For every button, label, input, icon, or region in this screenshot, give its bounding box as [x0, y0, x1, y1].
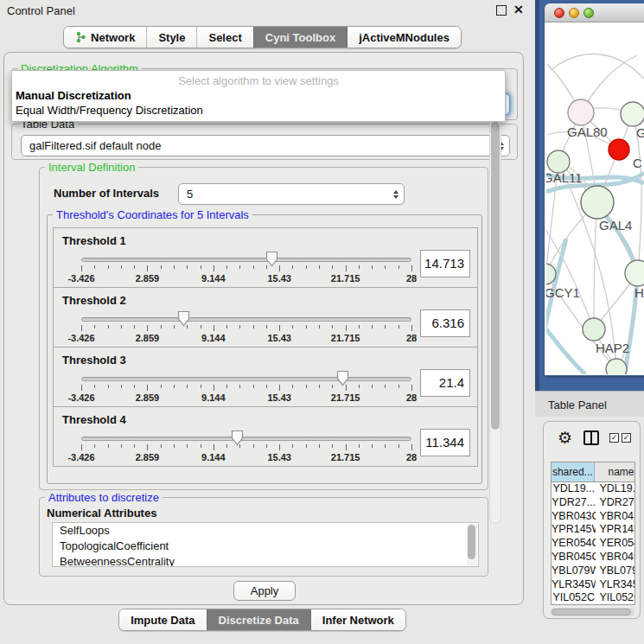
cell-name: YDR27... — [596, 496, 634, 510]
scrollbar-thumb[interactable] — [552, 609, 631, 615]
scrollbar-thumb[interactable] — [468, 525, 475, 559]
close-icon[interactable]: ✕ — [513, 3, 524, 16]
table-row[interactable]: YBL079WYBL079W — [552, 564, 634, 578]
network-node[interactable] — [606, 359, 627, 374]
tick-mark — [226, 325, 227, 328]
tab-discretize-data[interactable]: Discretize Data — [207, 609, 310, 630]
attributes-group-title: Attributes to discretize — [45, 491, 163, 504]
threshold-slider[interactable]: -3.4262.8599.14415.4321.71528 — [81, 249, 411, 287]
tick-mark — [266, 325, 267, 328]
threshold-value-field[interactable]: 14.713 — [420, 250, 470, 277]
threshold-row: -3.4262.8599.14415.4321.7152814.713 — [62, 249, 470, 287]
network-node-gal4[interactable] — [581, 186, 614, 219]
node-label: GAL11 — [546, 170, 583, 185]
table-row[interactable]: YLR345WYLR345W — [552, 578, 634, 592]
tick-label: 2.859 — [136, 333, 160, 343]
tick-mark — [201, 265, 201, 269]
combo-stepper-icon[interactable] — [393, 184, 399, 204]
threshold-value-field[interactable]: 21.4 — [420, 369, 470, 397]
checkbox-icon[interactable]: ✓ — [622, 433, 631, 443]
table-data-value: galFiltered.sif default node — [29, 139, 161, 152]
mac-zoom-icon[interactable] — [583, 8, 594, 18]
table-data-combobox[interactable]: galFiltered.sif default node — [21, 135, 510, 156]
apply-button[interactable]: Apply — [233, 581, 296, 601]
table-row[interactable]: YBR045CYBR045C — [552, 551, 634, 564]
table-row[interactable]: YIL052CYIL052C — [552, 591, 634, 605]
network-window-titlebar[interactable] — [545, 3, 644, 22]
attributes-group: Attributes to discretize Numerical Attri… — [39, 497, 488, 577]
tick-mark — [385, 385, 386, 388]
network-node-gal80[interactable] — [568, 99, 594, 125]
cell-name: YBR045C — [596, 551, 634, 564]
tab-impute-data[interactable]: Impute Data — [119, 609, 206, 630]
attribute-item-betweennesscentrality[interactable]: BetweennessCentrality — [53, 554, 478, 567]
threshold-value-field[interactable]: 11.344 — [420, 429, 470, 456]
tab-cyni-toolbox[interactable]: Cyni Toolbox — [253, 27, 347, 48]
attribute-item-selfloops[interactable]: SelfLoops — [53, 523, 478, 539]
node-label: G — [636, 125, 644, 140]
algorithm-placeholder-option[interactable]: Select algorithm to view settings — [12, 74, 505, 87]
gear-icon[interactable]: ⚙ — [558, 429, 572, 448]
cell-name: YBL079W — [596, 564, 634, 578]
network-node-h[interactable] — [625, 260, 644, 286]
network-node-g[interactable] — [621, 102, 644, 126]
table-row[interactable]: YDL19...YDL19... — [552, 482, 634, 496]
mac-minimize-icon[interactable] — [569, 8, 579, 18]
algorithm-option-manual-discretization[interactable]: Manual Discretization — [16, 89, 131, 102]
network-graph[interactable]: GAL80GCGAL11GAL4GCY1HHAP2 — [546, 22, 644, 374]
node-table[interactable]: shared... name YDL19...YDL19...YDR27...Y… — [551, 462, 635, 605]
tab-select[interactable]: Select — [196, 27, 252, 48]
tick-mark — [372, 325, 373, 328]
number-of-intervals-combobox[interactable]: 5 — [178, 183, 405, 205]
threshold-panel-1: Threshold 1-3.4262.8599.14415.4321.71528… — [53, 227, 478, 288]
threshold-panel-4: Threshold 4-3.4262.8599.14415.4321.71528… — [53, 406, 478, 467]
mac-close-icon[interactable] — [554, 8, 564, 18]
tick-mark — [292, 325, 293, 328]
network-canvas[interactable]: GAL80GCGAL11GAL4GCY1HHAP2 — [545, 22, 644, 375]
column-header-shared-name[interactable]: shared... — [552, 462, 595, 481]
threshold-slider[interactable]: -3.4262.8599.14415.4321.71528 — [81, 309, 411, 347]
slider-track[interactable] — [81, 317, 411, 322]
tick-mark — [187, 265, 188, 269]
tab-network[interactable]: Network — [64, 27, 146, 48]
tick-label: 2.859 — [136, 452, 160, 462]
network-node-hap2[interactable] — [583, 318, 605, 341]
checkbox-icon[interactable]: ✓ — [609, 433, 619, 443]
tab-style[interactable]: Style — [146, 27, 196, 48]
table-horizontal-scrollbar[interactable] — [551, 608, 634, 616]
float-window-icon[interactable] — [496, 5, 507, 16]
column-header-name[interactable]: name — [595, 462, 634, 481]
attribute-item-topologicalcoefficient[interactable]: TopologicalCoefficient — [53, 539, 478, 554]
threshold-slider[interactable]: -3.4262.8599.14415.4321.71528 — [81, 368, 411, 406]
tab-infer-network[interactable]: Infer Network — [310, 609, 405, 630]
threshold-slider[interactable]: -3.4262.8599.14415.4321.71528 — [81, 428, 411, 466]
table-row[interactable]: YPR145WYPR145W — [552, 523, 634, 537]
threshold-value-field[interactable]: 6.316 — [420, 309, 470, 337]
table-row[interactable]: YDR27...YDR27... — [552, 496, 634, 510]
threshold-row: -3.4262.8599.14415.4321.7152821.4 — [62, 368, 470, 406]
tick-mark — [161, 385, 162, 388]
slider-track[interactable] — [81, 437, 411, 441]
tick-label: 2.859 — [136, 273, 160, 284]
scrollbar-thumb[interactable] — [491, 122, 500, 430]
tick-mark — [399, 444, 399, 448]
columns-icon[interactable] — [583, 430, 599, 445]
attributes-scrollbar[interactable] — [467, 524, 477, 567]
tick-mark — [411, 265, 412, 271]
table-panel-title: Table Panel — [548, 399, 607, 411]
tick-label: 2.859 — [136, 392, 160, 403]
slider-track[interactable] — [81, 258, 411, 262]
numerical-attributes-list[interactable]: SelfLoopsTopologicalCoefficientBetweenne… — [52, 522, 479, 567]
tick-mark — [253, 325, 254, 328]
slider-track[interactable] — [81, 377, 411, 381]
tab-jactivemnodules[interactable]: jActiveMNodules — [347, 27, 461, 48]
cell-shared-name: YBL079W — [552, 564, 596, 578]
algorithm-option-equal-width-frequency[interactable]: Equal Width/Frequency Discretization — [16, 104, 203, 117]
threshold-panel-2: Threshold 2-3.4262.8599.14415.4321.71528… — [53, 287, 478, 348]
table-row[interactable]: YER054CYER054C — [552, 537, 634, 551]
network-node-c[interactable] — [609, 139, 629, 160]
table-row[interactable]: YBR043CYBR043C — [552, 510, 634, 524]
threshold-list: Threshold 1-3.4262.8599.14415.4321.71528… — [53, 227, 478, 467]
table-panel-bar: Table Panel — [535, 391, 644, 417]
panel-vertical-scrollbar[interactable] — [489, 112, 501, 524]
